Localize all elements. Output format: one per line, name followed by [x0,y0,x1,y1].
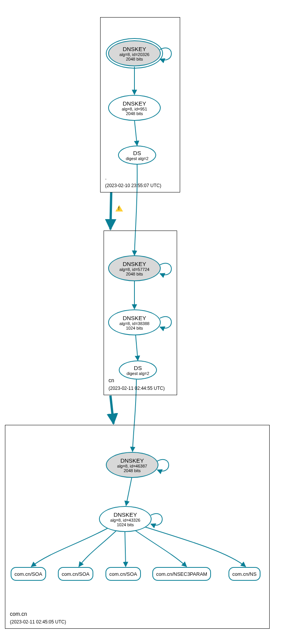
node-sub1: alg=8, id=20326 [120,52,150,57]
node-root-zsk[interactable]: DNSKEY alg=8, id=951 2048 bits [108,95,161,121]
node-sub1: alg=8, id=46387 [117,464,147,468]
node-sub1: digest alg=2 [126,156,149,161]
node-sub2: 2048 bits [126,57,143,61]
node-title: DNSKEY [113,511,137,518]
node-cn-ds[interactable]: DS digest alg=2 [119,360,157,380]
warning-icon [115,205,123,211]
node-sub2: 2048 bits [126,111,143,116]
leaf-soa-1[interactable]: com.cn/SOA [11,567,46,581]
leaf-label: com.cn/NS [232,571,257,577]
node-sub2: 2048 bits [124,468,141,473]
node-sub1: alg=8, id=951 [122,107,147,111]
node-title: DS [133,150,141,156]
node-title: DNSKEY [123,261,146,267]
node-comcn-ksk[interactable]: DNSKEY alg=8, id=46387 2048 bits [106,452,158,478]
dnssec-graph: . (2023-02-10 23:55:07 UTC) DNSKEY alg=8… [0,0,294,644]
leaf-label: com.cn/NSEC3PARAM [156,571,207,577]
node-sub1: alg=8, id=57724 [120,267,150,272]
zone-comcn-name: com.cn [10,611,27,617]
node-title: DNSKEY [123,46,146,52]
node-sub2: 2048 bits [126,272,143,276]
leaf-soa-3[interactable]: com.cn/SOA [105,567,141,581]
node-root-ksk[interactable]: DNSKEY alg=8, id=20326 2048 bits [108,40,161,66]
node-title: DNSKEY [120,457,144,464]
zone-comcn-timestamp: (2023-02-11 02:45:05 UTC) [10,619,66,625]
node-sub1: digest alg=2 [126,371,149,376]
leaf-label: com.cn/SOA [62,571,89,577]
zone-root-timestamp: (2023-02-10 23:55:07 UTC) [105,183,161,188]
node-sub2: 1024 bits [126,326,143,330]
node-title: DNSKEY [123,315,146,321]
zone-cn-timestamp: (2023-02-11 02:44:55 UTC) [109,386,165,391]
leaf-label: com.cn/SOA [14,571,42,577]
leaf-label: com.cn/SOA [109,571,137,577]
node-sub2: 1024 bits [117,522,134,527]
node-title: DS [134,365,142,371]
zone-cn-name: cn [109,377,114,383]
node-sub1: alg=8, id=43326 [110,518,141,522]
node-title: DNSKEY [123,100,146,107]
leaf-nsec3param[interactable]: com.cn/NSEC3PARAM [152,567,211,581]
node-comcn-zsk[interactable]: DNSKEY alg=8, id=43326 1024 bits [99,506,152,532]
node-root-ds[interactable]: DS digest alg=2 [118,146,156,165]
node-cn-zsk[interactable]: DNSKEY alg=8, id=38388 1024 bits [108,309,161,335]
leaf-soa-2[interactable]: com.cn/SOA [58,567,93,581]
zone-root-name: . [105,175,107,181]
node-sub1: alg=8, id=38388 [120,321,150,326]
node-cn-ksk[interactable]: DNSKEY alg=8, id=57724 2048 bits [108,255,161,281]
leaf-ns[interactable]: com.cn/NS [228,567,260,581]
